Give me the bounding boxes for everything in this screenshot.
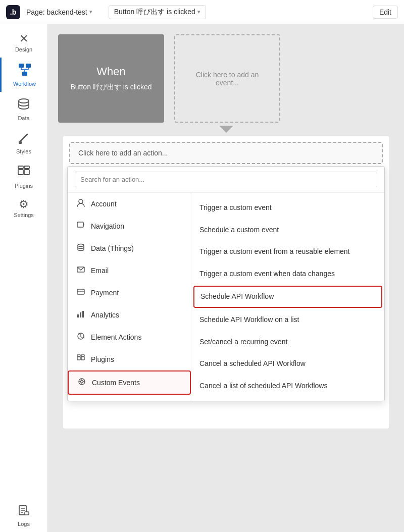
page-name: backend-test: [47, 8, 87, 16]
account-label: Account: [91, 200, 117, 208]
action-trigger-data-changes[interactable]: Trigger a custom event when data changes: [191, 263, 384, 285]
category-payment[interactable]: Payment: [68, 282, 191, 304]
divider-area: [58, 123, 394, 136]
trigger-label: Button 呼び出す is clicked: [114, 8, 195, 17]
sidebar-label-plugins: Plugins: [15, 183, 33, 189]
svg-rect-0: [19, 64, 24, 68]
analytics-icon: [76, 309, 86, 321]
page-label: Page:: [26, 8, 45, 16]
svg-rect-26: [80, 312, 81, 317]
category-plugins[interactable]: Plugins: [68, 348, 191, 370]
sidebar-item-design[interactable]: ✕ Design: [0, 28, 47, 58]
svg-point-19: [79, 199, 83, 203]
category-data[interactable]: Data (Things): [68, 237, 191, 259]
plugins-cat-label: Plugins: [91, 355, 114, 363]
search-box: [68, 167, 384, 193]
page-selector[interactable]: Page: backend-test ▾: [26, 8, 92, 16]
svg-rect-25: [77, 314, 79, 317]
page-chevron: ▾: [89, 9, 92, 15]
settings-icon: ⚙: [19, 199, 29, 210]
custom-events-label: Custom Events: [92, 379, 140, 387]
category-email[interactable]: Email: [68, 259, 191, 282]
sidebar-item-settings[interactable]: ⚙ Settings: [0, 194, 47, 223]
element-actions-icon: [76, 332, 86, 343]
action-dropdown: Account Navigation: [67, 166, 385, 401]
svg-point-34: [81, 381, 83, 383]
sidebar-item-plugins[interactable]: Plugins: [0, 159, 47, 194]
design-icon: ✕: [19, 33, 28, 44]
svg-rect-2: [22, 72, 27, 76]
sidebar-label-styles: Styles: [16, 148, 31, 154]
main-layout: ✕ Design Workflow: [0, 24, 404, 532]
add-event-label: Click here to add an event...: [185, 71, 269, 87]
add-event-block[interactable]: Click here to add an event...: [174, 34, 280, 123]
when-subtitle: Button 呼び出す is clicked: [70, 82, 152, 92]
action-schedule-api-workflow[interactable]: Schedule API Workflow: [193, 286, 382, 308]
action-cancel-scheduled-workflow[interactable]: Cancel a scheduled API Workflow: [191, 353, 384, 375]
search-input[interactable]: [75, 172, 377, 187]
svg-line-8: [19, 134, 27, 142]
email-icon: [76, 265, 86, 276]
sidebar-label-data: Data: [18, 115, 29, 121]
trigger-chevron: ▾: [197, 9, 200, 15]
svg-rect-20: [77, 222, 83, 227]
category-analytics[interactable]: Analytics: [68, 304, 191, 326]
analytics-label: Analytics: [91, 311, 119, 319]
category-custom-events[interactable]: Custom Events: [68, 370, 191, 395]
content-area: ▶ When Button 呼び出す is clicked Click here…: [48, 24, 404, 532]
canvas-area: When Button 呼び出す is clicked Click here t…: [48, 24, 404, 439]
svg-rect-1: [26, 64, 31, 68]
add-action-button[interactable]: Click here to add an action...: [69, 142, 383, 164]
custom-events-icon: [77, 377, 87, 388]
add-action-label: Click here to add an action...: [78, 149, 168, 157]
svg-rect-18: [25, 512, 29, 515]
action-panel: Click here to add an action...: [63, 136, 389, 429]
plugins-cat-icon: [76, 354, 86, 365]
svg-rect-12: [18, 166, 23, 169]
svg-rect-11: [24, 170, 29, 175]
svg-rect-31: [77, 355, 80, 356]
sidebar-label-workflow: Workflow: [13, 81, 36, 87]
action-set-cancel-recurring[interactable]: Set/cancel a recurring event: [191, 331, 384, 353]
dropdown-body: Account Navigation: [68, 193, 384, 401]
sidebar-item-logs[interactable]: Logs: [0, 500, 47, 532]
sidebar-item-workflow[interactable]: Workflow: [0, 58, 47, 92]
topbar: .b Page: backend-test ▾ Button 呼び出す is c…: [0, 0, 404, 24]
svg-rect-10: [18, 170, 23, 175]
edit-button[interactable]: Edit: [373, 6, 398, 19]
trigger-selector[interactable]: Button 呼び出す is clicked ▾: [109, 5, 206, 19]
action-schedule-api-workflow-list[interactable]: Schedule API Workflow on a list: [191, 309, 384, 331]
action-cancel-list-scheduled[interactable]: Cancel a list of scheduled API Workflows: [191, 375, 384, 397]
when-title: When: [96, 65, 125, 78]
svg-rect-27: [82, 311, 84, 317]
action-trigger-from-reusable[interactable]: Trigger a custom event from a reusable e…: [191, 241, 384, 263]
styles-icon: [17, 131, 30, 146]
element-actions-label: Element Actions: [91, 333, 141, 341]
category-account[interactable]: Account: [68, 193, 191, 215]
account-icon: [76, 198, 86, 209]
payment-icon: [76, 287, 86, 298]
category-navigation[interactable]: Navigation: [68, 215, 191, 237]
canvas-row: When Button 呼び出す is clicked Click here t…: [58, 34, 394, 123]
category-element-actions[interactable]: Element Actions: [68, 326, 191, 348]
payment-label: Payment: [91, 289, 119, 297]
navigation-icon: [76, 221, 86, 232]
sidebar-label-logs: Logs: [18, 521, 30, 527]
plugins-icon: [17, 165, 31, 181]
sidebar-item-styles[interactable]: Styles: [0, 126, 47, 159]
down-arrow-icon: [219, 126, 233, 133]
workflow-icon: [18, 63, 32, 79]
navigation-label: Navigation: [91, 222, 124, 230]
data-icon: [17, 97, 31, 113]
svg-point-7: [19, 99, 29, 103]
logs-icon: [18, 505, 30, 519]
svg-rect-23: [77, 289, 84, 294]
data-things-label: Data (Things): [91, 244, 134, 252]
action-trigger-custom-event[interactable]: Trigger a custom event: [191, 197, 384, 219]
category-list: Account Navigation: [68, 193, 191, 401]
sidebar-item-data[interactable]: Data: [0, 92, 47, 126]
data-things-icon: [76, 243, 86, 254]
action-schedule-custom-event[interactable]: Schedule a custom event: [191, 219, 384, 241]
svg-rect-13: [24, 166, 29, 169]
when-block[interactable]: When Button 呼び出す is clicked: [58, 34, 164, 123]
